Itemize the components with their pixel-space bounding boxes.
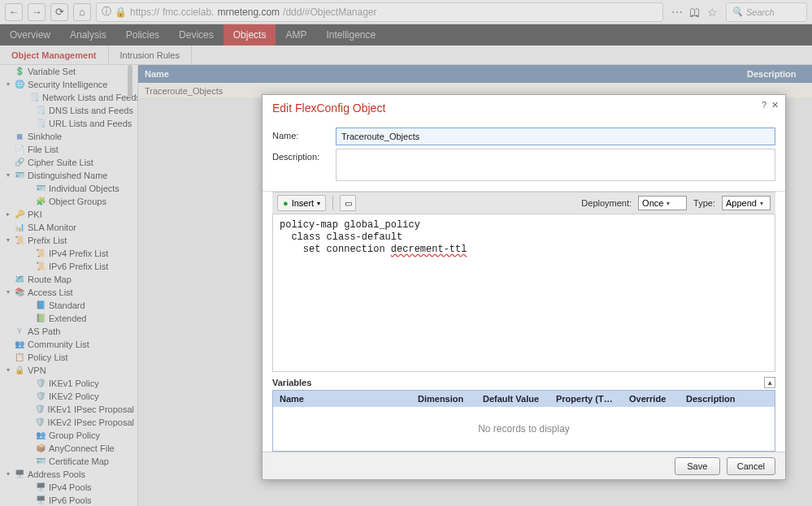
code-line-2: class class-default	[280, 231, 402, 243]
close-icon[interactable]: ✕	[771, 100, 779, 110]
type-select[interactable]: Append ▾	[722, 196, 771, 210]
vars-col-description[interactable]: Description	[680, 394, 775, 404]
plus-icon: ●	[283, 198, 289, 208]
preview-button[interactable]: ▭	[340, 195, 356, 211]
vars-col-dimension[interactable]: Dimension	[411, 394, 476, 404]
vars-col-override[interactable]: Override	[623, 394, 680, 404]
variables-header: Variables ▴	[272, 377, 775, 388]
code-editor[interactable]: policy-map global_policy class class-def…	[272, 214, 775, 372]
deployment-select[interactable]: Once ▾	[638, 196, 687, 210]
name-input[interactable]	[336, 128, 775, 145]
type-value: Append	[726, 198, 757, 208]
save-button[interactable]: Save	[675, 457, 720, 475]
type-label: Type:	[693, 198, 715, 208]
name-label: Name:	[272, 128, 319, 141]
insert-label: Insert	[292, 198, 315, 208]
toolbar-divider	[332, 196, 333, 210]
help-icon[interactable]: ?	[762, 100, 766, 110]
description-input[interactable]	[336, 149, 775, 181]
deployment-value: Once	[642, 198, 663, 208]
vars-col-property[interactable]: Property (T…	[549, 394, 623, 404]
editor-toolbar: ● Insert ▾ ▭ Deployment: Once ▾ Type: Ap…	[272, 192, 775, 214]
variables-empty: No records to display	[273, 407, 775, 451]
collapse-icon[interactable]: ▴	[764, 377, 775, 388]
vars-col-default[interactable]: Default Value	[476, 394, 549, 404]
cancel-button[interactable]: Cancel	[727, 457, 775, 475]
code-line-1: policy-map global_policy	[280, 219, 420, 231]
chevron-down-icon: ▾	[760, 200, 763, 207]
description-label: Description:	[272, 149, 319, 162]
modal-form: Name: Description:	[263, 119, 785, 192]
insert-button[interactable]: ● Insert ▾	[277, 195, 326, 211]
vars-col-name[interactable]: Name	[273, 394, 411, 404]
modal-footer: Save Cancel	[263, 452, 785, 479]
code-line-3a: set connection	[280, 244, 391, 255]
variables-table: Name Dimension Default Value Property (T…	[272, 390, 775, 452]
deployment-label: Deployment:	[581, 198, 632, 208]
code-line-3b: decrement-ttl	[391, 244, 467, 255]
variables-title: Variables	[272, 378, 311, 387]
variables-thead: Name Dimension Default Value Property (T…	[273, 391, 775, 407]
edit-flexconfig-modal: Edit FlexConfig Object ? ✕ Name: Descrip…	[262, 94, 786, 480]
chevron-down-icon: ▾	[667, 200, 670, 207]
chevron-down-icon: ▾	[317, 200, 320, 207]
modal-title: Edit FlexConfig Object	[263, 95, 785, 119]
